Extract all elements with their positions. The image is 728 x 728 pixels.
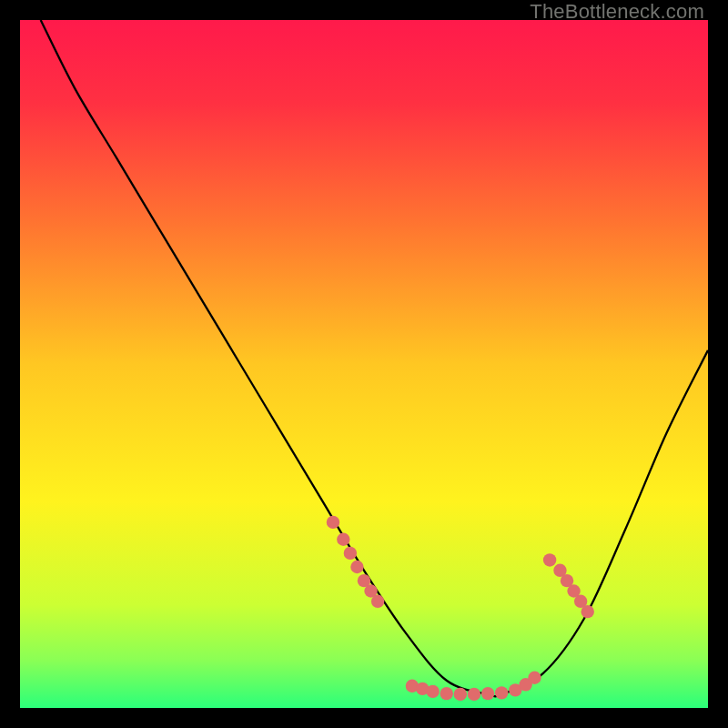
highlight-dot [454,688,467,701]
watermark-text: TheBottleneck.com [530,0,704,24]
highlight-dot [581,605,594,618]
bottleneck-chart [20,20,708,708]
highlight-dot [495,686,508,699]
gradient-background [20,20,708,708]
highlight-dot [344,547,357,560]
highlight-dot [440,687,453,700]
highlight-dot [327,516,339,529]
highlight-dot [528,672,541,684]
highlight-dot [481,687,494,700]
highlight-dot [426,685,439,698]
highlight-dot [350,561,363,573]
highlight-dot [337,533,349,546]
highlight-dot [468,688,480,701]
highlight-dot [371,595,384,608]
highlight-dot [543,553,556,566]
